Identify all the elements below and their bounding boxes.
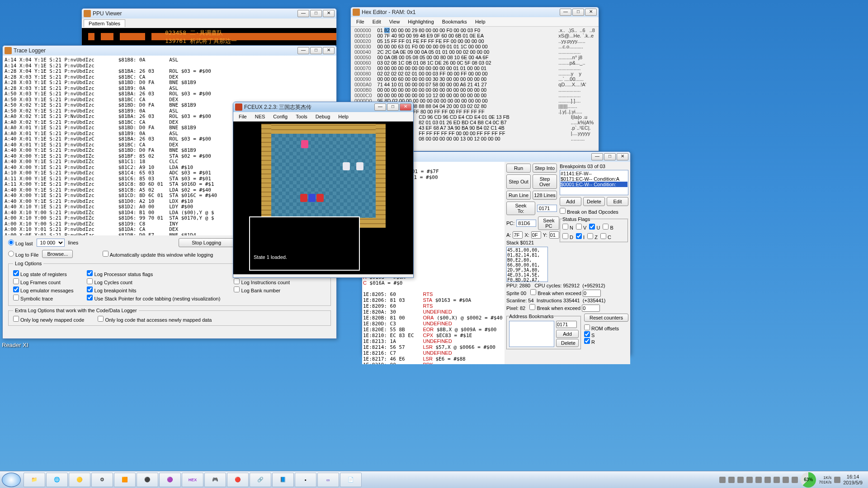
menu-config[interactable]: Config — [269, 113, 291, 120]
bookmark-delete[interactable]: Delete — [556, 339, 579, 347]
task-app[interactable]: 📘 — [272, 473, 294, 487]
menu-highlighting[interactable]: Highlighting — [404, 18, 437, 25]
reset-counters-button[interactable]: Reset counters — [584, 314, 628, 322]
step-over-button[interactable]: Step Over — [533, 174, 557, 189]
close-button[interactable]: ✕ — [400, 103, 411, 111]
auto-update-check[interactable]: Automatically update this window while l… — [103, 251, 213, 258]
tray-icon[interactable] — [792, 477, 798, 483]
step-into-button[interactable]: Step Into — [533, 164, 557, 173]
menu-file[interactable]: File — [235, 113, 250, 120]
pc-input[interactable] — [516, 220, 536, 227]
reg-a[interactable] — [513, 231, 523, 239]
browse-button[interactable]: Browse... — [42, 250, 73, 258]
bookmark-input[interactable] — [556, 321, 577, 328]
minimize-button[interactable]: — — [297, 47, 309, 54]
menu-edit[interactable]: Edit — [369, 18, 385, 25]
maximize-button[interactable]: □ — [310, 10, 322, 17]
task-app[interactable]: 🔗 — [250, 473, 271, 487]
task-app[interactable]: 🟣 — [159, 473, 181, 487]
breakpoints-list[interactable]: #1141:EF-W--$0171:EC-W-- Condition:A$000… — [560, 170, 628, 195]
close-button[interactable]: ✕ — [617, 153, 628, 160]
bp-add-button[interactable]: Add — [560, 197, 581, 206]
clock[interactable]: 16:142019/5/9 — [843, 474, 863, 486]
stop-logging-button[interactable]: Stop Logging — [179, 238, 234, 247]
minimize-button[interactable]: — — [591, 153, 603, 160]
battery-indicator[interactable]: 63% — [801, 472, 816, 488]
flag-n[interactable]: N — [562, 224, 573, 230]
trace-titlebar[interactable]: Trace Logger — □ ✕ — [3, 46, 336, 56]
minimize-button[interactable]: — — [560, 9, 571, 16]
run-button[interactable]: Run — [506, 164, 531, 173]
tray-icon[interactable] — [719, 477, 726, 483]
opt-cycles[interactable]: Log Cycles count — [87, 278, 220, 285]
seek-to-button[interactable]: Seek To: — [506, 202, 535, 215]
opt-symbolic[interactable]: Symbolic trace — [13, 295, 73, 301]
opt-emu-msgs[interactable]: Log emulator messages — [13, 286, 73, 293]
menu-help[interactable]: Help — [335, 113, 352, 120]
log-last-radio[interactable]: Log last — [8, 239, 33, 246]
step-out-button[interactable]: Step Out — [506, 174, 531, 189]
maximize-button[interactable]: □ — [310, 47, 322, 54]
stack-view[interactable]: 45,81,00,00, 01,82,14,81, B0,E2,80, 66,8… — [506, 247, 548, 282]
s-check[interactable]: S — [584, 331, 628, 338]
opt-stack-pointer[interactable]: Use Stack Pointer for code tabbing (nest… — [87, 295, 220, 301]
ppu-titlebar[interactable]: PPU Viewer — □ ✕ — [82, 9, 336, 19]
close-button[interactable]: ✕ — [323, 47, 335, 54]
task-app[interactable]: 🟧 — [114, 473, 136, 487]
opt-registers[interactable]: Log state of registers — [13, 270, 73, 277]
break-exceed-1[interactable]: Break when exceed — [530, 291, 581, 296]
flag-z[interactable]: Z — [587, 233, 598, 240]
tray-icon[interactable] — [774, 477, 780, 483]
task-vs[interactable]: ∞ — [317, 473, 339, 487]
seek-pc-button[interactable]: Seek PC — [538, 216, 559, 230]
menu-help[interactable]: Help — [472, 18, 489, 25]
close-button[interactable]: ✕ — [585, 9, 597, 16]
task-app[interactable]: 📄 — [340, 473, 362, 487]
menu-view[interactable]: View — [386, 18, 404, 25]
opt-status-flags[interactable]: Log Processor status flags — [87, 270, 220, 277]
pattern-table-view[interactable]: 023458 二·具调查队139761 析武将丁具那边一 — [82, 28, 336, 45]
task-ie[interactable]: 🌐 — [46, 473, 68, 487]
task-explorer[interactable]: 📁 — [24, 473, 45, 487]
task-app[interactable]: ⚙ — [91, 473, 113, 487]
tray-icon[interactable] — [755, 477, 762, 483]
reg-x[interactable] — [531, 231, 541, 239]
menu-debug[interactable]: Debug — [312, 113, 334, 120]
tray-icon[interactable] — [783, 477, 789, 483]
reg-y[interactable] — [549, 231, 559, 239]
bp-edit-button[interactable]: Edit — [607, 197, 628, 206]
hex-titlebar[interactable]: Hex Editor - RAM: 0x1 — □ ✕ — [351, 7, 599, 17]
tray-icon[interactable] — [764, 477, 771, 483]
tray-icon[interactable] — [746, 477, 753, 483]
bookmark-add[interactable]: Add — [556, 330, 579, 338]
task-fceux[interactable]: 🔴 — [227, 473, 249, 487]
break-exceed-1-val[interactable] — [583, 290, 601, 297]
break-exceed-2-val[interactable] — [582, 305, 600, 312]
r-check[interactable]: R — [584, 338, 628, 345]
maximize-button[interactable]: □ — [572, 9, 584, 16]
run-line-button[interactable]: Run Line — [506, 191, 531, 200]
close-button[interactable]: ✕ — [323, 10, 335, 17]
seek-to-input[interactable] — [537, 205, 557, 212]
maximize-button[interactable]: □ — [604, 153, 616, 160]
task-chrome[interactable]: 🟡 — [69, 473, 90, 487]
maximize-button[interactable]: □ — [387, 103, 399, 111]
break-bad-opcodes[interactable]: Break on Bad Opcodes — [560, 209, 618, 215]
tray-icon[interactable] — [737, 477, 744, 483]
flag-b[interactable]: B — [603, 224, 613, 230]
opt-newly-mapped[interactable]: Only log newly mapped code — [13, 316, 84, 323]
rom-offsets-check[interactable]: ROM offsets — [584, 324, 628, 331]
menu-tools[interactable]: Tools — [292, 113, 311, 120]
task-hex[interactable]: HEX — [182, 473, 203, 487]
task-app[interactable]: ⚫ — [137, 473, 158, 487]
minimize-button[interactable]: — — [297, 10, 309, 17]
minimize-button[interactable]: — — [374, 103, 386, 111]
menu-bookmarks[interactable]: Bookmarks — [439, 18, 471, 25]
log-to-file-radio[interactable]: Log to File — [8, 251, 38, 258]
game-viewport[interactable]: State 1 loaded. — [233, 122, 413, 274]
opt-instr-count[interactable]: Log Instructions count — [234, 278, 302, 285]
opt-bank-num[interactable]: Log Bank number — [234, 286, 302, 293]
flag-d[interactable]: D — [562, 233, 573, 240]
start-button[interactable] — [2, 473, 21, 487]
break-exceed-2[interactable]: Break when exceed — [529, 305, 580, 311]
